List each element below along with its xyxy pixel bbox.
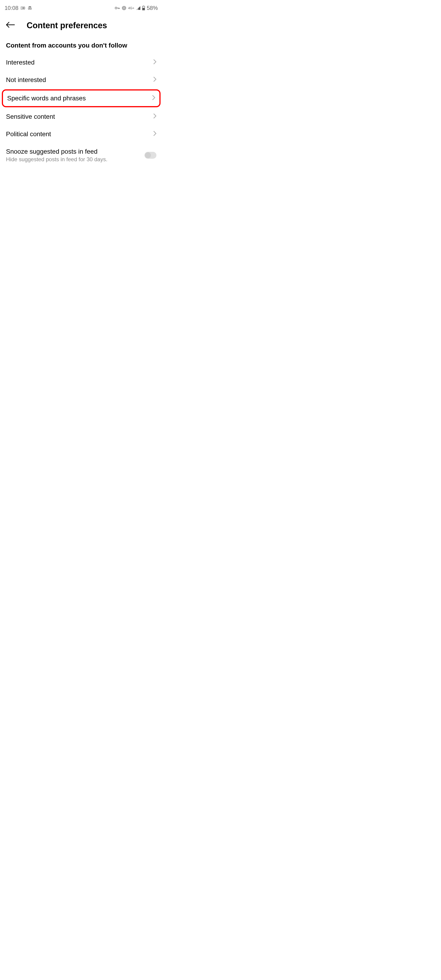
svg-point-1 (22, 8, 22, 8)
status-right: 4G+ 58% (115, 5, 158, 11)
toggle-label: Snooze suggested posts in feed (6, 148, 145, 155)
section-title: Content from accounts you don't follow (0, 35, 162, 54)
menu-label-sensitive-content: Sensitive content (6, 113, 55, 120)
menu-item-specific-words[interactable]: Specific words and phrases (2, 89, 161, 107)
menu-item-sensitive-content[interactable]: Sensitive content (0, 108, 162, 126)
back-arrow-icon[interactable] (6, 21, 15, 30)
svg-rect-15 (142, 8, 145, 10)
page-title: Content preferences (27, 21, 107, 30)
incognito-icon (27, 6, 32, 10)
network-type: 4G+ (128, 6, 134, 10)
toggle-item-snooze: Snooze suggested posts in feed Hide sugg… (0, 143, 162, 168)
menu-label-political-content: Political content (6, 130, 51, 138)
status-left: 10:08 (5, 5, 32, 11)
toggle-subtitle: Hide suggested posts in feed for 30 days… (6, 156, 145, 162)
chevron-right-icon (152, 95, 155, 102)
svg-point-10 (124, 8, 124, 8)
toggle-knob (145, 152, 151, 158)
phone-screen: 10:08 4G+ 58% (0, 0, 162, 361)
menu-label-not-interested: Not interested (6, 76, 46, 84)
battery-icon (142, 6, 145, 10)
toggle-switch[interactable] (145, 152, 156, 159)
toggle-text-container: Snooze suggested posts in feed Hide sugg… (6, 148, 145, 162)
svg-point-6 (115, 7, 117, 9)
menu-item-not-interested[interactable]: Not interested (0, 71, 162, 89)
menu-label-specific-words: Specific words and phrases (7, 95, 86, 102)
header: Content preferences (0, 14, 162, 35)
battery-percent: 58% (147, 5, 158, 11)
menu-item-political-content[interactable]: Political content (0, 126, 162, 143)
svg-point-4 (30, 8, 32, 10)
status-time: 10:08 (5, 5, 18, 11)
chevron-right-icon (153, 59, 156, 66)
menu-label-interested: Interested (6, 59, 35, 66)
key-icon (115, 7, 120, 10)
indicator-icon (21, 6, 25, 10)
chevron-right-icon (153, 113, 156, 120)
menu-item-interested[interactable]: Interested (0, 54, 162, 71)
svg-rect-2 (22, 8, 24, 8)
signal-icon (136, 6, 140, 10)
chevron-right-icon (153, 130, 156, 138)
status-bar: 10:08 4G+ 58% (0, 0, 162, 14)
chevron-right-icon (153, 76, 156, 84)
svg-point-3 (28, 8, 30, 10)
hotspot-icon (122, 6, 126, 10)
